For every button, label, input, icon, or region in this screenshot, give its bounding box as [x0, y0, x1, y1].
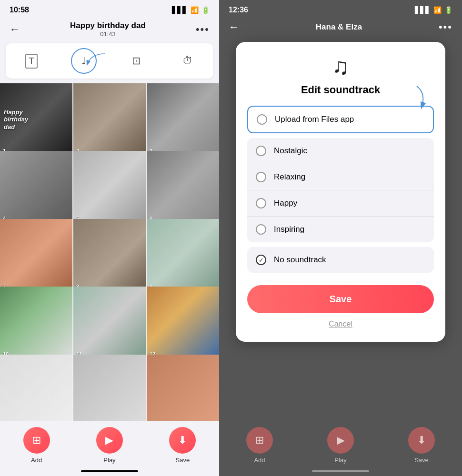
save-action[interactable]: ⬇ Save — [169, 427, 196, 464]
music-icon: ♩ — [81, 55, 86, 67]
right-play-action: ▶ Play — [327, 427, 354, 464]
left-back-button[interactable]: ← — [10, 23, 20, 36]
photo-4[interactable]: 4 — [0, 151, 72, 223]
left-nav-subtitle: 01:43 — [70, 30, 146, 38]
left-status-bar: 10:58 ▋▋▋ 📶 🔋 — [0, 0, 219, 17]
add-button[interactable]: ⊞ — [23, 427, 50, 454]
modal-save-button[interactable]: Save — [247, 285, 434, 313]
right-signal-icon: ▋▋▋ — [415, 6, 431, 14]
option-upload-label: Upload from Files app — [275, 115, 354, 124]
battery-icon: 🔋 — [201, 6, 210, 14]
photo-11[interactable]: 11 — [73, 287, 146, 359]
play-button[interactable]: ▶ — [96, 427, 123, 454]
right-nav-bar: ← Hana & Elza ••• — [219, 17, 462, 37]
right-more-button[interactable]: ••• — [439, 21, 452, 33]
option-nostalgic[interactable]: Nostalgic — [247, 138, 434, 164]
photo-7[interactable]: 7 — [0, 219, 72, 291]
right-add-label: Add — [254, 456, 265, 464]
left-phone: 10:58 ▋▋▋ 📶 🔋 ← Happy birthday dad 01:43… — [0, 0, 219, 476]
photo-12[interactable]: 12 — [147, 287, 219, 359]
add-icon: ⊞ — [32, 434, 41, 446]
right-battery-icon: 🔋 — [444, 6, 452, 14]
toolbar-music[interactable]: ♩ — [71, 48, 97, 74]
photo-10[interactable]: 10 — [0, 287, 72, 359]
option-upload-group: Upload from Files app — [247, 106, 434, 133]
option-no-soundtrack[interactable]: ✓ No soundtrack — [247, 247, 434, 273]
toolbar-text[interactable]: T — [20, 51, 43, 70]
modal-overlay: ♫ Edit soundtrack Upload from Files app … — [219, 37, 462, 421]
radio-inspiring — [256, 224, 266, 235]
home-indicator-left — [81, 470, 138, 472]
photo-grid: Happybirthdaydad 1 2 3 4 5 6 7 8 9 10 — [0, 83, 219, 421]
photo-14[interactable] — [73, 355, 146, 421]
option-inspiring-label: Inspiring — [274, 225, 304, 234]
home-indicator-right — [312, 470, 369, 472]
modal-cancel-link[interactable]: Cancel — [329, 320, 352, 328]
option-inspiring[interactable]: Inspiring — [247, 216, 434, 242]
left-more-button[interactable]: ••• — [196, 23, 210, 36]
option-nostalgic-label: Nostalgic — [274, 146, 307, 156]
play-action[interactable]: ▶ Play — [96, 427, 123, 464]
right-save-icon: ⬇ — [417, 434, 426, 446]
modal-title: Edit soundtrack — [301, 84, 380, 96]
right-save-label: Save — [414, 456, 429, 464]
right-phone: 12:36 ▋▋▋ 📶 🔋 ← Hana & Elza ••• — [219, 0, 462, 476]
right-status-icons: ▋▋▋ 📶 🔋 — [415, 6, 452, 14]
photo-13[interactable] — [0, 355, 72, 421]
right-add-icon: ⊞ — [255, 434, 264, 446]
right-add-button: ⊞ — [246, 427, 273, 454]
signal-icon: ▋▋▋ — [172, 6, 188, 14]
photo-9[interactable]: 9 — [147, 219, 219, 291]
modal-card: ♫ Edit soundtrack Upload from Files app … — [236, 42, 445, 342]
left-nav-bar: ← Happy birthday dad 01:43 ••• — [0, 17, 219, 41]
photo-5[interactable]: 5 — [73, 151, 146, 223]
option-relaxing-label: Relaxing — [274, 172, 305, 182]
modal-music-icon: ♫ — [332, 55, 349, 78]
photo-15[interactable] — [147, 355, 219, 421]
save-button-left[interactable]: ⬇ — [169, 427, 196, 454]
clock-icon: ⏱ — [182, 55, 193, 67]
image-icon: ⊡ — [132, 55, 141, 67]
right-back-button[interactable]: ← — [229, 21, 239, 33]
option-relaxing[interactable]: Relaxing — [247, 164, 434, 190]
options-list: Upload from Files app Nostalgic Relaxing — [247, 106, 434, 278]
add-action[interactable]: ⊞ Add — [23, 427, 50, 464]
option-happy-label: Happy — [274, 198, 297, 208]
photo-6[interactable]: 6 — [147, 151, 219, 223]
left-bottom-bar: ⊞ Add ▶ Play ⬇ Save — [0, 421, 219, 467]
add-label: Add — [31, 456, 42, 464]
photo-8[interactable]: 8 — [73, 219, 146, 291]
toolbar-clock[interactable]: ⏱ — [176, 51, 200, 70]
right-title-block: Hana & Elza — [316, 22, 362, 32]
right-save-button: ⬇ — [408, 427, 435, 454]
option-happy[interactable]: Happy — [247, 190, 434, 216]
right-status-bar: 12:36 ▋▋▋ 📶 🔋 — [219, 0, 462, 17]
left-nav-title: Happy birthday dad — [70, 21, 146, 30]
photo-2[interactable]: 2 — [73, 83, 146, 156]
radio-nostalgic — [256, 146, 266, 156]
text-icon: T — [25, 54, 38, 69]
toolbar-image[interactable]: ⊡ — [124, 51, 148, 70]
left-status-icons: ▋▋▋ 📶 🔋 — [172, 6, 210, 14]
right-play-button: ▶ — [327, 427, 354, 454]
right-play-icon: ▶ — [337, 434, 345, 446]
play-icon: ▶ — [105, 434, 113, 446]
radio-relaxing — [256, 172, 266, 182]
option-no-soundtrack-label: No soundtrack — [274, 255, 326, 265]
radio-happy — [256, 198, 266, 208]
right-save-action: ⬇ Save — [408, 427, 435, 464]
checkmark-no-soundtrack: ✓ — [256, 255, 266, 265]
photo-1[interactable]: Happybirthdaydad 1 — [0, 83, 72, 156]
left-title-block: Happy birthday dad 01:43 — [70, 21, 146, 38]
wifi-icon: 📶 — [191, 6, 199, 14]
left-time: 10:58 — [10, 6, 29, 14]
option-upload[interactable]: Upload from Files app — [248, 107, 433, 132]
save-label-left: Save — [175, 456, 190, 464]
right-play-label: Play — [334, 456, 346, 464]
right-time: 12:36 — [229, 6, 248, 14]
photo-3[interactable]: 3 — [147, 83, 219, 156]
right-add-action: ⊞ Add — [246, 427, 273, 464]
radio-upload — [257, 114, 267, 125]
right-bottom-bar: ⊞ Add ▶ Play ⬇ Save — [219, 421, 462, 467]
play-label: Play — [103, 456, 115, 464]
